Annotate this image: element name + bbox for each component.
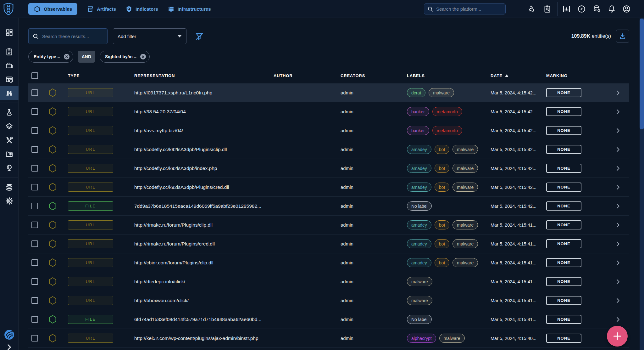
row-checkbox[interactable] [31,316,38,323]
label-chip[interactable]: malware [452,239,478,248]
chevron-right-icon[interactable] [614,316,621,323]
label-chip[interactable]: malware [452,220,478,229]
label-chip[interactable]: malware [452,145,478,154]
label-chip[interactable]: bot [435,239,449,248]
row-checkbox[interactable] [31,297,38,304]
sidebar-item-arsenal[interactable] [0,119,19,133]
label-chip[interactable]: bot [435,220,449,229]
chevron-right-icon[interactable] [614,278,621,285]
research-microscope-button[interactable] [528,5,536,13]
data-sharing-button[interactable] [543,5,552,13]
label-chip[interactable]: malware [452,183,478,192]
label-chip[interactable]: malware [452,258,478,267]
label-chip[interactable]: bot [435,258,449,267]
add-filter-select[interactable]: Add filter [113,28,186,44]
table-row[interactable]: URL http://dtedepc.info/click/ admin mal… [28,272,629,291]
header-type[interactable]: TYPE [68,73,80,78]
sidebar-item-events[interactable] [0,72,19,86]
table-row[interactable]: URL http://f0917371.xsph.ru/L1nc0In.php … [28,83,629,102]
table-row[interactable]: URL http://38.54.20.37/04/04 admin banke… [28,102,629,121]
header-representation[interactable]: REPRESENTATION [134,73,175,78]
label-chip[interactable]: amadey [407,164,431,173]
sidebar-item-analyses[interactable] [0,45,19,59]
sidebar-item-threats[interactable] [0,105,19,119]
chevron-right-icon[interactable] [614,127,621,134]
scrollbar-track[interactable] [640,18,644,350]
profile-button[interactable] [622,5,631,13]
label-chip[interactable]: malware [429,88,454,97]
label-chip[interactable]: bot [435,164,449,173]
header-date[interactable]: DATE [491,73,509,78]
label-chip[interactable]: alphacrypt [407,334,436,343]
row-checkbox[interactable] [31,222,38,228]
table-row[interactable]: FILE 7dd9a37b6e185415eaca149d6069ff5a9ab… [28,197,629,216]
chevron-right-icon[interactable] [614,297,621,304]
table-row[interactable]: URL http://avs.myftp.biz/04/ admin banke… [28,121,629,140]
row-checkbox[interactable] [31,127,38,134]
table-row[interactable]: URL http://bboxwou.com/click/ admin malw… [28,291,629,310]
header-labels[interactable]: LABELS [407,73,425,78]
row-checkbox[interactable] [31,278,38,285]
label-chip[interactable]: bot [435,183,449,192]
create-observable-fab[interactable] [607,326,628,347]
chevron-right-icon[interactable] [614,240,621,247]
label-chip[interactable]: bot [435,145,449,154]
sidebar-item-settings[interactable] [0,194,19,208]
label-chip[interactable]: dcrat [407,88,425,97]
remove-filter-icon[interactable] [139,53,147,60]
row-checkbox[interactable] [31,203,38,209]
label-chip[interactable]: malware [439,334,465,343]
sidebar-item-cases[interactable] [0,59,19,72]
tab-infrastructures[interactable]: Infrastructures [168,3,211,15]
row-checkbox[interactable] [31,240,38,247]
dashboards-button[interactable] [562,5,571,13]
label-chip[interactable]: metamorfo [432,107,462,116]
chevron-right-icon[interactable] [614,222,621,229]
data-processing-button[interactable] [593,5,601,13]
label-chip[interactable]: malware [407,296,432,305]
label-chip[interactable]: amadey [407,220,431,229]
sidebar-item-data[interactable] [0,180,19,194]
remove-filter-icon[interactable] [63,53,70,60]
table-row[interactable]: URL http://rimakc.ru/forum/Plugins/cred.… [28,234,629,253]
filter-chip-sighted-by[interactable]: Sighted by/in = [100,51,150,63]
tab-indicators[interactable]: Indicators [125,3,158,15]
row-checkbox[interactable] [31,184,38,190]
chevron-right-icon[interactable] [614,89,621,96]
header-creators[interactable]: CREATORS [341,73,365,78]
filter-operator[interactable]: AND [78,51,95,63]
table-row[interactable]: URL http://rimakc.ru/forum/Plugins/clip.… [28,216,629,234]
label-chip[interactable]: banker [407,126,429,135]
label-chip[interactable]: malware [407,277,432,286]
row-checkbox[interactable] [31,335,38,342]
chevron-right-icon[interactable] [614,203,621,210]
header-marking[interactable]: MARKING [546,73,568,78]
investigations-button[interactable] [577,5,586,13]
expand-sidebar-chevron-icon[interactable] [5,343,13,350]
row-checkbox[interactable] [31,259,38,266]
label-chip[interactable]: amadey [407,145,431,154]
scrollbar-thumb[interactable] [640,19,644,129]
chevron-right-icon[interactable] [614,184,621,191]
sidebar-item-locations[interactable] [0,161,19,175]
label-chip[interactable]: metamorfo [432,126,462,135]
label-chip[interactable]: amadey [407,239,431,248]
row-checkbox[interactable] [31,146,38,153]
label-chip[interactable]: amadey [407,183,431,192]
notifications-button[interactable] [608,5,616,13]
sidebar-item-observations[interactable] [0,86,19,100]
tab-observables[interactable]: Observables [28,3,77,15]
label-chip[interactable]: No label [407,201,432,211]
row-checkbox[interactable] [31,108,38,115]
sidebar-item-entities[interactable] [0,147,19,161]
platform-search-input[interactable] [436,6,502,12]
filter-chip-entity-type[interactable]: Entity type = [28,51,73,63]
label-chip[interactable]: banker [407,107,429,116]
table-row[interactable]: URL http://kel52.com/wp-content/plugins/… [28,329,629,348]
label-chip[interactable]: amadey [407,258,431,267]
header-author[interactable]: AUTHOR [274,73,292,78]
table-row[interactable]: URL http://codefly.cc/k92lsA3dpb/index.p… [28,159,629,178]
label-chip[interactable]: malware [452,164,478,173]
chevron-right-icon[interactable] [614,146,621,153]
results-search-input[interactable] [42,34,103,39]
